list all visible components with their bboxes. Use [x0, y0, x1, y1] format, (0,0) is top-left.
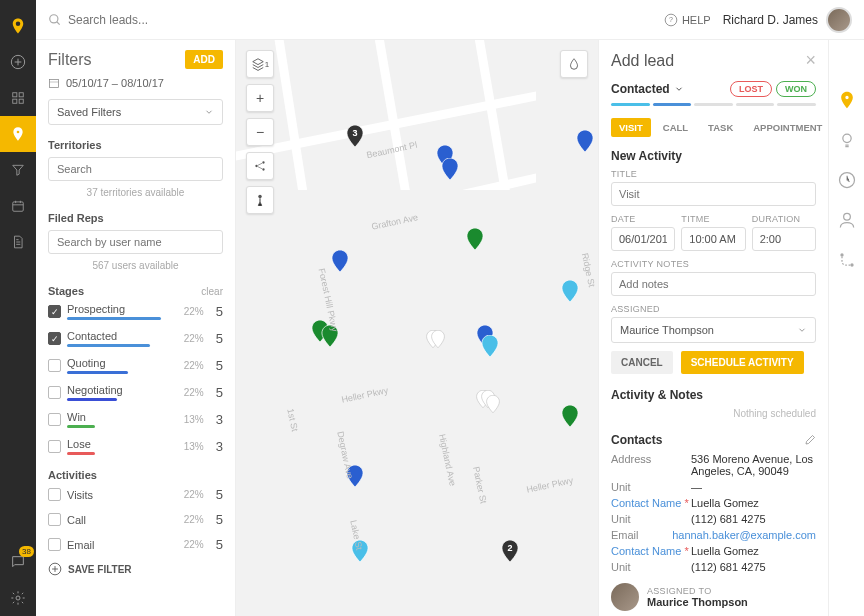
map-pin[interactable] — [481, 335, 499, 357]
stage-count: 5 — [216, 385, 223, 400]
add-filter-button[interactable]: ADD — [185, 50, 223, 69]
grid-icon[interactable] — [0, 80, 36, 116]
document-icon[interactable] — [0, 224, 36, 260]
zoom-in-button[interactable]: + — [246, 84, 274, 112]
street-label: Grafton Ave — [370, 212, 418, 232]
schedule-activity-button[interactable]: SCHEDULE ACTIVITY — [681, 351, 804, 374]
stage-checkbox[interactable]: ✓ — [48, 332, 61, 345]
rail-bulb-icon[interactable] — [837, 130, 857, 150]
filters-title: Filters — [48, 51, 92, 69]
tab-visit[interactable]: VISIT — [611, 118, 651, 137]
notes-input[interactable] — [611, 272, 816, 296]
territories-search-input[interactable] — [48, 157, 223, 181]
stage-checkbox[interactable]: ✓ — [48, 305, 61, 318]
map-roads — [236, 40, 536, 190]
zoom-out-button[interactable]: − — [246, 118, 274, 146]
share-button[interactable] — [246, 152, 274, 180]
filters-panel: Filters ADD 05/10/17 – 08/10/17 Saved Fi… — [36, 40, 236, 616]
close-icon[interactable]: × — [805, 50, 816, 71]
tab-task[interactable]: TASK — [700, 118, 741, 137]
stage-checkbox[interactable] — [48, 440, 61, 453]
drop-button[interactable] — [560, 50, 588, 78]
won-pill[interactable]: WON — [776, 81, 816, 97]
status-dropdown[interactable]: Contacted — [611, 82, 684, 96]
layers-count: 1 — [265, 60, 269, 69]
map-pin[interactable] — [576, 130, 594, 152]
map-pin[interactable] — [331, 250, 349, 272]
calendar-icon[interactable] — [0, 188, 36, 224]
tab-call[interactable]: CALL — [655, 118, 696, 137]
chevron-down-icon — [674, 84, 684, 94]
contact-name-label: Contact Name * — [611, 497, 691, 509]
territories-heading: Territories — [48, 139, 223, 151]
map-pin[interactable]: 2 — [501, 540, 519, 562]
reps-heading: Filed Reps — [48, 212, 223, 224]
unit-label: Unit — [611, 481, 691, 493]
lost-pill[interactable]: LOST — [730, 81, 772, 97]
activity-pct: 22% — [184, 514, 204, 525]
reps-search-input[interactable] — [48, 230, 223, 254]
svg-point-13 — [262, 161, 264, 163]
rail-user-icon[interactable] — [837, 210, 857, 230]
svg-point-14 — [262, 168, 264, 170]
user-menu[interactable]: Richard D. James — [723, 7, 852, 33]
stage-label: Prospecting — [67, 303, 178, 315]
add-icon[interactable] — [0, 44, 36, 80]
filter-icon[interactable] — [0, 152, 36, 188]
tab-appointment[interactable]: APPOINTMENT — [745, 118, 828, 137]
saved-filters-select[interactable]: Saved Filters — [48, 99, 223, 125]
search-input[interactable] — [68, 13, 664, 27]
stage-count: 3 — [216, 412, 223, 427]
cancel-button[interactable]: CANCEL — [611, 351, 673, 374]
assigned-select[interactable]: Maurice Thompson — [611, 317, 816, 343]
email-label: Email — [611, 529, 672, 541]
activity-pct: 22% — [184, 489, 204, 500]
assigned-value: Maurice Thompson — [620, 324, 714, 336]
map-pin[interactable]: 3 — [346, 125, 364, 147]
date-input[interactable] — [611, 227, 675, 251]
streetview-button[interactable] — [246, 186, 274, 214]
stage-count: 5 — [216, 358, 223, 373]
user-name: Richard D. James — [723, 13, 818, 27]
chat-icon[interactable]: 38 — [0, 544, 36, 580]
svg-point-19 — [840, 253, 843, 256]
date-range-text: 05/10/17 – 08/10/17 — [66, 77, 164, 89]
clear-stages-button[interactable]: clear — [201, 286, 223, 297]
rail-pin-icon[interactable] — [837, 90, 857, 110]
duration-input[interactable] — [752, 227, 816, 251]
map-pin[interactable] — [466, 228, 484, 250]
save-filter-button[interactable]: SAVE FILTER — [48, 562, 223, 576]
stage-checkbox[interactable] — [48, 386, 61, 399]
map-pin[interactable] — [441, 158, 459, 180]
email-value[interactable]: hannah.baker@example.com — [672, 529, 816, 541]
contacts-heading: Contacts — [611, 433, 662, 447]
activity-count: 5 — [216, 487, 223, 502]
map-pin[interactable] — [561, 405, 579, 427]
rail-route-icon[interactable] — [837, 250, 857, 270]
time-input[interactable] — [681, 227, 745, 251]
notes-label: ACTIVITY NOTES — [611, 259, 816, 269]
edit-icon[interactable] — [804, 434, 816, 446]
activity-checkbox[interactable] — [48, 513, 61, 526]
map-pin[interactable] — [561, 280, 579, 302]
logo-icon[interactable] — [0, 8, 36, 44]
help-link[interactable]: ? HELP — [664, 13, 711, 27]
title-input[interactable] — [611, 182, 816, 206]
activity-label: Email — [67, 539, 178, 551]
date-range-picker[interactable]: 05/10/17 – 08/10/17 — [48, 77, 223, 89]
map-canvas[interactable]: 1 + − 32 Beaumont PlGrafton AveForest Hi… — [236, 40, 598, 616]
left-nav: 38 — [0, 0, 36, 616]
settings-icon[interactable] — [0, 580, 36, 616]
street-label: Parker St — [471, 466, 489, 505]
rail-clock-icon[interactable] — [837, 170, 857, 190]
detail-panel: Add lead × Contacted LOST WON — [598, 40, 828, 616]
activity-checkbox[interactable] — [48, 538, 61, 551]
location-icon[interactable] — [0, 116, 36, 152]
stage-checkbox[interactable] — [48, 413, 61, 426]
activity-checkbox[interactable] — [48, 488, 61, 501]
stage-checkbox[interactable] — [48, 359, 61, 372]
layers-button[interactable]: 1 — [246, 50, 274, 78]
map-pin[interactable] — [431, 330, 445, 348]
svg-point-12 — [255, 165, 257, 167]
map-pin[interactable] — [486, 395, 500, 413]
